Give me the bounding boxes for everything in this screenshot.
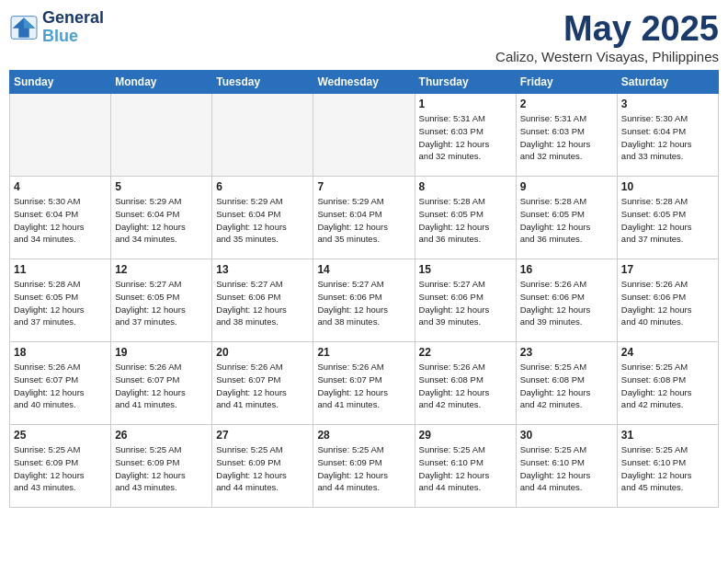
day-info: Sunrise: 5:25 AM Sunset: 6:09 PM Dayligh… — [216, 443, 309, 494]
day-number: 14 — [317, 263, 410, 276]
day-number: 16 — [520, 263, 613, 276]
col-header-wednesday: Wednesday — [313, 71, 415, 94]
day-number: 20 — [216, 346, 309, 359]
calendar-cell: 27Sunrise: 5:25 AM Sunset: 6:09 PM Dayli… — [212, 425, 313, 508]
day-number: 5 — [115, 180, 208, 193]
col-header-saturday: Saturday — [617, 71, 718, 94]
day-number: 24 — [621, 346, 714, 359]
calendar-cell: 23Sunrise: 5:25 AM Sunset: 6:08 PM Dayli… — [516, 342, 617, 425]
day-info: Sunrise: 5:27 AM Sunset: 6:06 PM Dayligh… — [216, 278, 309, 328]
day-number: 21 — [317, 346, 410, 359]
calendar-cell: 20Sunrise: 5:26 AM Sunset: 6:07 PM Dayli… — [212, 342, 313, 425]
header-row: SundayMondayTuesdayWednesdayThursdayFrid… — [10, 71, 719, 94]
calendar-cell: 29Sunrise: 5:25 AM Sunset: 6:10 PM Dayli… — [415, 425, 516, 508]
day-number: 26 — [115, 429, 208, 442]
day-info: Sunrise: 5:27 AM Sunset: 6:05 PM Dayligh… — [115, 278, 208, 328]
day-number: 18 — [14, 346, 107, 359]
day-info: Sunrise: 5:29 AM Sunset: 6:04 PM Dayligh… — [317, 195, 410, 246]
week-row-4: 18Sunrise: 5:26 AM Sunset: 6:07 PM Dayli… — [10, 342, 719, 425]
day-number: 11 — [14, 263, 107, 276]
location-subtitle: Calizo, Western Visayas, Philippines — [495, 49, 719, 64]
day-number: 22 — [419, 346, 512, 359]
day-number: 4 — [14, 180, 107, 193]
day-info: Sunrise: 5:27 AM Sunset: 6:06 PM Dayligh… — [317, 278, 410, 328]
day-info: Sunrise: 5:31 AM Sunset: 6:03 PM Dayligh… — [419, 112, 512, 163]
calendar-cell: 8Sunrise: 5:28 AM Sunset: 6:05 PM Daylig… — [415, 177, 516, 259]
day-number: 9 — [520, 180, 613, 193]
calendar-cell: 26Sunrise: 5:25 AM Sunset: 6:09 PM Dayli… — [111, 425, 212, 508]
col-header-tuesday: Tuesday — [212, 71, 313, 94]
day-info: Sunrise: 5:30 AM Sunset: 6:04 PM Dayligh… — [621, 112, 714, 163]
day-number: 15 — [419, 263, 512, 276]
day-number: 23 — [520, 346, 613, 359]
day-info: Sunrise: 5:26 AM Sunset: 6:07 PM Dayligh… — [216, 361, 309, 411]
day-number: 25 — [14, 429, 107, 442]
calendar-cell: 13Sunrise: 5:27 AM Sunset: 6:06 PM Dayli… — [212, 259, 313, 342]
day-info: Sunrise: 5:29 AM Sunset: 6:04 PM Dayligh… — [216, 195, 309, 246]
day-number: 19 — [115, 346, 208, 359]
day-info: Sunrise: 5:26 AM Sunset: 6:08 PM Dayligh… — [419, 361, 512, 411]
day-info: Sunrise: 5:31 AM Sunset: 6:03 PM Dayligh… — [520, 112, 613, 163]
calendar-cell: 19Sunrise: 5:26 AM Sunset: 6:07 PM Dayli… — [111, 342, 212, 425]
day-number: 28 — [317, 429, 410, 442]
calendar-cell: 5Sunrise: 5:29 AM Sunset: 6:04 PM Daylig… — [111, 177, 212, 259]
calendar-cell — [10, 94, 111, 177]
day-number: 30 — [520, 429, 613, 442]
day-info: Sunrise: 5:25 AM Sunset: 6:08 PM Dayligh… — [621, 361, 714, 411]
month-title: May 2025 — [495, 9, 719, 49]
day-number: 31 — [621, 429, 714, 442]
day-number: 13 — [216, 263, 309, 276]
day-info: Sunrise: 5:25 AM Sunset: 6:10 PM Dayligh… — [520, 443, 613, 494]
calendar-cell — [313, 94, 415, 177]
week-row-5: 25Sunrise: 5:25 AM Sunset: 6:09 PM Dayli… — [10, 425, 719, 508]
calendar-table: SundayMondayTuesdayWednesdayThursdayFrid… — [9, 70, 719, 508]
day-number: 8 — [419, 180, 512, 193]
calendar-cell: 30Sunrise: 5:25 AM Sunset: 6:10 PM Dayli… — [516, 425, 617, 508]
day-number: 10 — [621, 180, 714, 193]
day-info: Sunrise: 5:25 AM Sunset: 6:08 PM Dayligh… — [520, 361, 613, 411]
day-info: Sunrise: 5:27 AM Sunset: 6:06 PM Dayligh… — [419, 278, 512, 328]
day-info: Sunrise: 5:28 AM Sunset: 6:05 PM Dayligh… — [14, 278, 107, 328]
day-number: 29 — [419, 429, 512, 442]
calendar-cell: 15Sunrise: 5:27 AM Sunset: 6:06 PM Dayli… — [415, 259, 516, 342]
calendar-cell: 22Sunrise: 5:26 AM Sunset: 6:08 PM Dayli… — [415, 342, 516, 425]
page-header: General Blue May 2025 Calizo, Western Vi… — [9, 9, 719, 64]
logo-icon — [9, 15, 39, 40]
calendar-cell — [212, 94, 313, 177]
day-number: 7 — [317, 180, 410, 193]
calendar-cell: 16Sunrise: 5:26 AM Sunset: 6:06 PM Dayli… — [516, 259, 617, 342]
calendar-cell: 4Sunrise: 5:30 AM Sunset: 6:04 PM Daylig… — [10, 177, 111, 259]
calendar-cell: 1Sunrise: 5:31 AM Sunset: 6:03 PM Daylig… — [415, 94, 516, 177]
day-info: Sunrise: 5:25 AM Sunset: 6:10 PM Dayligh… — [621, 443, 714, 494]
logo: General Blue — [9, 9, 104, 46]
calendar-cell: 6Sunrise: 5:29 AM Sunset: 6:04 PM Daylig… — [212, 177, 313, 259]
logo-text: General Blue — [42, 9, 104, 46]
calendar-cell: 14Sunrise: 5:27 AM Sunset: 6:06 PM Dayli… — [313, 259, 415, 342]
calendar-cell: 11Sunrise: 5:28 AM Sunset: 6:05 PM Dayli… — [10, 259, 111, 342]
day-number: 1 — [419, 98, 512, 110]
day-info: Sunrise: 5:25 AM Sunset: 6:09 PM Dayligh… — [317, 443, 410, 494]
week-row-2: 4Sunrise: 5:30 AM Sunset: 6:04 PM Daylig… — [10, 177, 719, 259]
day-info: Sunrise: 5:26 AM Sunset: 6:07 PM Dayligh… — [317, 361, 410, 411]
day-info: Sunrise: 5:28 AM Sunset: 6:05 PM Dayligh… — [621, 195, 714, 246]
day-info: Sunrise: 5:25 AM Sunset: 6:09 PM Dayligh… — [14, 443, 107, 494]
day-info: Sunrise: 5:30 AM Sunset: 6:04 PM Dayligh… — [14, 195, 107, 246]
day-info: Sunrise: 5:26 AM Sunset: 6:07 PM Dayligh… — [115, 361, 208, 411]
calendar-cell — [111, 94, 212, 177]
calendar-cell: 17Sunrise: 5:26 AM Sunset: 6:06 PM Dayli… — [617, 259, 718, 342]
calendar-cell: 31Sunrise: 5:25 AM Sunset: 6:10 PM Dayli… — [617, 425, 718, 508]
day-info: Sunrise: 5:26 AM Sunset: 6:06 PM Dayligh… — [621, 278, 714, 328]
day-info: Sunrise: 5:29 AM Sunset: 6:04 PM Dayligh… — [115, 195, 208, 246]
week-row-1: 1Sunrise: 5:31 AM Sunset: 6:03 PM Daylig… — [10, 94, 719, 177]
calendar-cell: 2Sunrise: 5:31 AM Sunset: 6:03 PM Daylig… — [516, 94, 617, 177]
calendar-cell: 24Sunrise: 5:25 AM Sunset: 6:08 PM Dayli… — [617, 342, 718, 425]
col-header-monday: Monday — [111, 71, 212, 94]
col-header-friday: Friday — [516, 71, 617, 94]
calendar-cell: 12Sunrise: 5:27 AM Sunset: 6:05 PM Dayli… — [111, 259, 212, 342]
calendar-cell: 21Sunrise: 5:26 AM Sunset: 6:07 PM Dayli… — [313, 342, 415, 425]
col-header-sunday: Sunday — [10, 71, 111, 94]
calendar-cell: 3Sunrise: 5:30 AM Sunset: 6:04 PM Daylig… — [617, 94, 718, 177]
col-header-thursday: Thursday — [415, 71, 516, 94]
week-row-3: 11Sunrise: 5:28 AM Sunset: 6:05 PM Dayli… — [10, 259, 719, 342]
day-number: 17 — [621, 263, 714, 276]
